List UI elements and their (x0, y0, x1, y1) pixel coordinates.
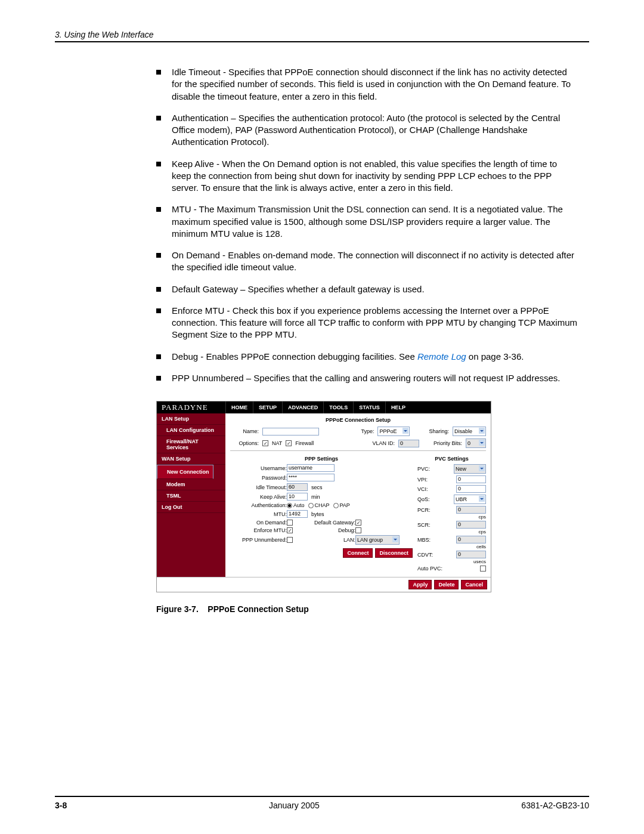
password-input[interactable]: **** (287, 474, 335, 481)
defgw-checkbox[interactable]: ✓ (355, 520, 361, 526)
pcr-unit: cps (417, 514, 486, 520)
cancel-button[interactable]: Cancel (461, 580, 487, 589)
chevron-down-icon (392, 536, 398, 542)
sidebar-logout[interactable]: Log Out (157, 502, 225, 513)
panel-title: PPPoE Connection Setup (230, 417, 486, 423)
bullet-item: PPP Unnumbered – Specifies that the call… (156, 372, 577, 384)
keep-label: Keep Alive: (230, 494, 287, 500)
nav-setup[interactable]: SETUP (253, 401, 282, 413)
page-number: 3-8 (55, 801, 67, 810)
pppun-checkbox[interactable] (287, 537, 293, 543)
name-label: Name: (230, 428, 259, 434)
pcr-label: PCR: (417, 507, 431, 513)
pbits-select[interactable]: 0 (466, 438, 486, 448)
figure-screenshot: PARADYNE HOME SETUP ADVANCED TOOLS STATU… (156, 401, 589, 614)
enforce-checkbox[interactable]: ✓ (287, 527, 293, 533)
figure-caption: Figure 3-7. PPPoE Connection Setup (156, 604, 589, 614)
chevron-down-icon (479, 465, 485, 471)
nat-checkbox[interactable]: ✓ (262, 440, 268, 446)
name-input[interactable] (262, 428, 319, 435)
idle-unit: secs (311, 484, 323, 490)
vpi-input[interactable]: 0 (456, 475, 486, 483)
vlan-input[interactable]: 0 (398, 440, 419, 447)
sidebar-new-connection[interactable]: New Connection (157, 465, 213, 479)
nav-help[interactable]: HELP (385, 401, 411, 413)
main-panel: PPPoE Connection Setup Name: Type: PPPoE… (225, 413, 491, 577)
mtu-unit: bytes (311, 511, 324, 517)
cdvt-input[interactable]: 0 (456, 551, 486, 558)
lan-select[interactable]: LAN group (355, 535, 400, 545)
password-label: Password: (230, 475, 287, 481)
footer-doc: 6381-A2-GB23-10 (521, 801, 589, 810)
pppun-label: PPP Unnumbered: (230, 537, 287, 543)
firewall-checkbox[interactable]: ✓ (286, 440, 292, 446)
square-bullet-icon (156, 287, 161, 292)
footer-date: January 2005 (269, 801, 320, 810)
sidebar-lan-setup[interactable]: LAN Setup (157, 413, 225, 425)
square-bullet-icon (156, 70, 161, 75)
mbs-input[interactable]: 0 (456, 536, 486, 543)
pbits-label: Priority Bits: (434, 440, 462, 446)
bullet-item: Debug - Enables PPPoE connection debuggi… (156, 351, 577, 363)
apply-button[interactable]: Apply (408, 580, 432, 589)
nav-status[interactable]: STATUS (353, 401, 385, 413)
mbs-unit: cells (417, 544, 486, 549)
sidebar: LAN Setup LAN Configuration Firewall/NAT… (157, 413, 225, 577)
nav-home[interactable]: HOME (225, 401, 253, 413)
pcr-input[interactable]: 0 (456, 506, 486, 514)
enforce-label: Enforce MTU: (230, 527, 287, 533)
nav-advanced[interactable]: ADVANCED (282, 401, 323, 413)
square-bullet-icon (156, 116, 161, 121)
vlan-label: VLAN ID: (372, 440, 395, 446)
app-topbar: PARADYNE HOME SETUP ADVANCED TOOLS STATU… (157, 401, 491, 413)
sidebar-tsml[interactable]: TSML (157, 490, 225, 502)
type-select[interactable]: PPPoE (377, 427, 410, 436)
sidebar-lan-config[interactable]: LAN Configuration (157, 425, 225, 436)
mtu-input[interactable]: 1492 (287, 510, 308, 518)
auth-chap-radio[interactable] (308, 503, 314, 508)
cdvt-label: CDVT: (417, 552, 433, 558)
bullet-item: Default Gateway – Specifies whether a de… (156, 283, 577, 295)
page-header: 3. Using the Web Interface (55, 30, 589, 39)
vpi-label: VPI: (417, 477, 428, 483)
debug-label: Debug: (299, 527, 355, 533)
ondemand-checkbox[interactable] (287, 520, 293, 526)
auth-auto-radio[interactable] (287, 503, 292, 508)
options-label: Options: (230, 440, 259, 446)
chevron-down-icon (402, 428, 408, 434)
ondemand-label: On Demand: (230, 520, 287, 526)
remote-log-link[interactable]: Remote Log (417, 351, 466, 362)
debug-checkbox[interactable] (355, 527, 361, 533)
sidebar-firewall-nat[interactable]: Firewall/NAT Services (157, 436, 225, 453)
square-bullet-icon (156, 162, 161, 166)
username-input[interactable]: username (287, 464, 335, 472)
scr-input[interactable]: 0 (456, 521, 486, 529)
connect-button[interactable]: Connect (343, 548, 373, 558)
pvc-select[interactable]: New (454, 464, 486, 474)
chevron-down-icon (479, 496, 485, 502)
keep-unit: min (311, 494, 320, 500)
bullet-item: MTU - The Maximum Transmission Unit the … (156, 203, 577, 240)
cdvt-unit: usecs (417, 559, 486, 564)
bullet-item: Idle Timeout - Specifies that PPPoE conn… (156, 66, 577, 103)
vci-input[interactable]: 0 (456, 485, 486, 493)
page-footer: 3-8 January 2005 6381-A2-GB23-10 (55, 796, 589, 810)
sidebar-wan-setup[interactable]: WAN Setup (157, 453, 225, 465)
idle-input[interactable]: 60 (287, 483, 308, 491)
square-bullet-icon (156, 253, 161, 258)
nav-tools[interactable]: TOOLS (323, 401, 353, 413)
scr-label: SCR: (417, 522, 431, 528)
delete-button[interactable]: Delete (434, 580, 459, 589)
auth-pap-radio[interactable] (333, 503, 339, 508)
disconnect-button[interactable]: Disconnect (375, 548, 413, 558)
sharing-select[interactable]: Disable (453, 427, 486, 436)
bullet-item: Enforce MTU - Check this box if you expe… (156, 305, 577, 341)
header-rule (55, 41, 589, 42)
scr-unit: cps (417, 529, 486, 535)
autopvc-checkbox[interactable] (480, 566, 486, 572)
sidebar-modem[interactable]: Modem (157, 479, 225, 490)
bullet-item: On Demand - Enables on-demand mode. The … (156, 249, 577, 274)
qos-select[interactable]: UBR (454, 495, 486, 504)
keep-input[interactable]: 10 (287, 493, 308, 501)
square-bullet-icon (156, 376, 161, 381)
